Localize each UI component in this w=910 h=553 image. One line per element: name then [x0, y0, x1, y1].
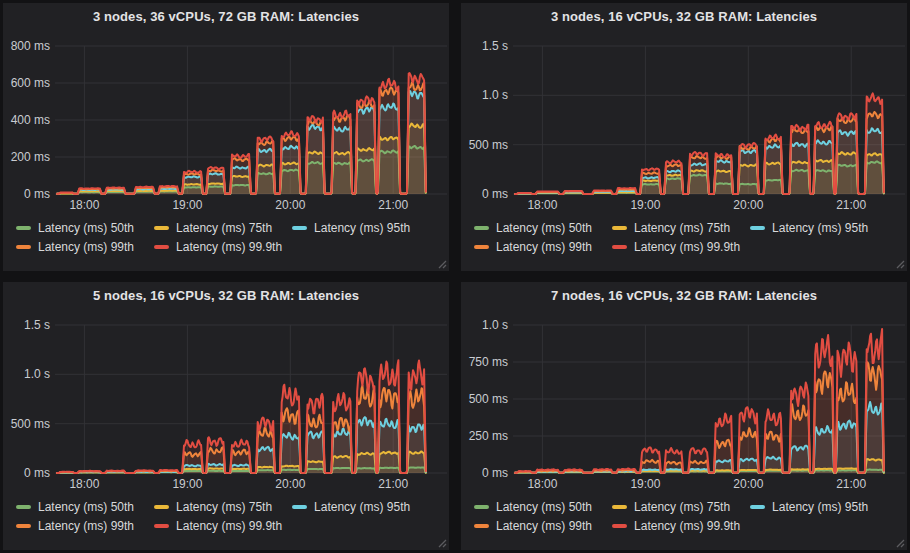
legend-item-p999[interactable]: Latency (ms) 99.9th	[612, 519, 740, 533]
panel-5n-16vcpu: 5 nodes, 16 vCPUs, 32 GB RAM: Latencies …	[3, 282, 449, 550]
svg-text:500 ms: 500 ms	[11, 417, 50, 431]
panel-resize-handle[interactable]	[896, 539, 905, 548]
svg-text:19:00: 19:00	[172, 198, 202, 212]
svg-text:21:00: 21:00	[836, 477, 866, 491]
svg-text:20:00: 20:00	[733, 198, 763, 212]
svg-text:0 ms: 0 ms	[24, 466, 50, 480]
series-color-swatch	[16, 245, 31, 249]
svg-text:0 ms: 0 ms	[24, 187, 50, 201]
legend-label: Latency (ms) 99th	[38, 519, 134, 533]
legend-row: Latency (ms) 50thLatency (ms) 75thLatenc…	[16, 500, 449, 514]
legend-label: Latency (ms) 75th	[176, 221, 272, 235]
legend-item-p95[interactable]: Latency (ms) 95th	[292, 221, 410, 235]
legend-item-p999[interactable]: Latency (ms) 99.9th	[154, 519, 282, 533]
svg-text:18:00: 18:00	[69, 198, 99, 212]
legend-item-p99[interactable]: Latency (ms) 99th	[474, 240, 592, 254]
legend-label: Latency (ms) 99.9th	[176, 519, 282, 533]
svg-text:0 ms: 0 ms	[482, 466, 508, 480]
svg-text:800 ms: 800 ms	[11, 39, 50, 53]
svg-text:21:00: 21:00	[836, 198, 866, 212]
series-color-swatch	[750, 226, 765, 230]
svg-text:750 ms: 750 ms	[469, 355, 508, 369]
legend-row: Latency (ms) 99thLatency (ms) 99.9th	[16, 240, 449, 254]
legend-item-p95[interactable]: Latency (ms) 95th	[750, 500, 868, 514]
panel-legend: Latency (ms) 50thLatency (ms) 75thLatenc…	[3, 216, 449, 254]
svg-text:1.0 s: 1.0 s	[482, 318, 508, 332]
svg-text:250 ms: 250 ms	[469, 429, 508, 443]
legend-item-p50[interactable]: Latency (ms) 50th	[474, 500, 592, 514]
svg-text:19:00: 19:00	[172, 477, 202, 491]
legend-item-p75[interactable]: Latency (ms) 75th	[154, 500, 272, 514]
svg-text:21:00: 21:00	[378, 477, 408, 491]
legend-item-p95[interactable]: Latency (ms) 95th	[750, 221, 868, 235]
legend-label: Latency (ms) 99th	[38, 240, 134, 254]
legend-label: Latency (ms) 50th	[38, 500, 134, 514]
series-color-swatch	[154, 226, 169, 230]
legend-row: Latency (ms) 50thLatency (ms) 75thLatenc…	[474, 500, 907, 514]
panel-legend: Latency (ms) 50thLatency (ms) 75thLatenc…	[3, 495, 449, 533]
panel-title[interactable]: 3 nodes, 36 vCPUs, 72 GB RAM: Latencies	[3, 3, 449, 30]
legend-item-p75[interactable]: Latency (ms) 75th	[154, 221, 272, 235]
legend-item-p75[interactable]: Latency (ms) 75th	[612, 221, 730, 235]
svg-text:500 ms: 500 ms	[469, 138, 508, 152]
legend-label: Latency (ms) 75th	[176, 500, 272, 514]
svg-text:18:00: 18:00	[69, 477, 99, 491]
legend-label: Latency (ms) 50th	[496, 500, 592, 514]
series-color-swatch	[474, 505, 489, 509]
legend-label: Latency (ms) 99.9th	[634, 240, 740, 254]
legend-label: Latency (ms) 75th	[634, 221, 730, 235]
svg-text:20:00: 20:00	[733, 477, 763, 491]
legend-row: Latency (ms) 50thLatency (ms) 75thLatenc…	[474, 221, 907, 235]
legend-item-p99[interactable]: Latency (ms) 99th	[16, 240, 134, 254]
svg-text:1.0 s: 1.0 s	[24, 367, 50, 381]
series-color-swatch	[750, 505, 765, 509]
series-color-swatch	[292, 226, 307, 230]
legend-item-p999[interactable]: Latency (ms) 99.9th	[612, 240, 740, 254]
panel-7n-16vcpu: 7 nodes, 16 vCPUs, 32 GB RAM: Latencies …	[461, 282, 907, 550]
panel-title[interactable]: 5 nodes, 16 vCPUs, 32 GB RAM: Latencies	[3, 282, 449, 309]
series-color-swatch	[292, 505, 307, 509]
legend-label: Latency (ms) 99th	[496, 240, 592, 254]
legend-item-p75[interactable]: Latency (ms) 75th	[612, 500, 730, 514]
svg-text:1.5 s: 1.5 s	[24, 318, 50, 332]
legend-label: Latency (ms) 50th	[38, 221, 134, 235]
legend-label: Latency (ms) 95th	[314, 221, 410, 235]
latency-graph[interactable]: 0 ms250 ms500 ms750 ms1.0 s18:0019:0020:…	[461, 309, 907, 495]
panel-resize-handle[interactable]	[438, 260, 447, 269]
panel-3n-36vcpu: 3 nodes, 36 vCPUs, 72 GB RAM: Latencies …	[3, 3, 449, 271]
legend-row: Latency (ms) 99thLatency (ms) 99.9th	[16, 519, 449, 533]
series-color-swatch	[612, 245, 627, 249]
panel-title[interactable]: 3 nodes, 16 vCPUs, 32 GB RAM: Latencies	[461, 3, 907, 30]
latency-graph[interactable]: 0 ms500 ms1.0 s1.5 s18:0019:0020:0021:00	[461, 30, 907, 216]
latency-graph[interactable]: 0 ms500 ms1.0 s1.5 s18:0019:0020:0021:00	[3, 309, 449, 495]
legend-item-p50[interactable]: Latency (ms) 50th	[16, 500, 134, 514]
legend-item-p999[interactable]: Latency (ms) 99.9th	[154, 240, 282, 254]
legend-label: Latency (ms) 99.9th	[176, 240, 282, 254]
svg-text:20:00: 20:00	[275, 198, 305, 212]
svg-text:21:00: 21:00	[378, 198, 408, 212]
series-color-swatch	[474, 245, 489, 249]
legend-item-p99[interactable]: Latency (ms) 99th	[474, 519, 592, 533]
latency-graph[interactable]: 0 ms200 ms400 ms600 ms800 ms18:0019:0020…	[3, 30, 449, 216]
dashboard-grid: 3 nodes, 36 vCPUs, 72 GB RAM: Latencies …	[0, 0, 910, 553]
legend-label: Latency (ms) 99.9th	[634, 519, 740, 533]
svg-text:600 ms: 600 ms	[11, 76, 50, 90]
panel-resize-handle[interactable]	[438, 539, 447, 548]
svg-text:400 ms: 400 ms	[11, 113, 50, 127]
series-color-swatch	[474, 226, 489, 230]
legend-label: Latency (ms) 95th	[772, 221, 868, 235]
legend-item-p99[interactable]: Latency (ms) 99th	[16, 519, 134, 533]
legend-label: Latency (ms) 99th	[496, 519, 592, 533]
legend-item-p95[interactable]: Latency (ms) 95th	[292, 500, 410, 514]
svg-text:20:00: 20:00	[275, 477, 305, 491]
panel-legend: Latency (ms) 50thLatency (ms) 75thLatenc…	[461, 495, 907, 533]
panel-legend: Latency (ms) 50thLatency (ms) 75thLatenc…	[461, 216, 907, 254]
svg-text:0 ms: 0 ms	[482, 187, 508, 201]
legend-item-p50[interactable]: Latency (ms) 50th	[16, 221, 134, 235]
panel-resize-handle[interactable]	[896, 260, 905, 269]
panel-title[interactable]: 7 nodes, 16 vCPUs, 32 GB RAM: Latencies	[461, 282, 907, 309]
svg-text:19:00: 19:00	[630, 198, 660, 212]
series-color-swatch	[612, 524, 627, 528]
legend-item-p50[interactable]: Latency (ms) 50th	[474, 221, 592, 235]
svg-text:18:00: 18:00	[527, 477, 557, 491]
